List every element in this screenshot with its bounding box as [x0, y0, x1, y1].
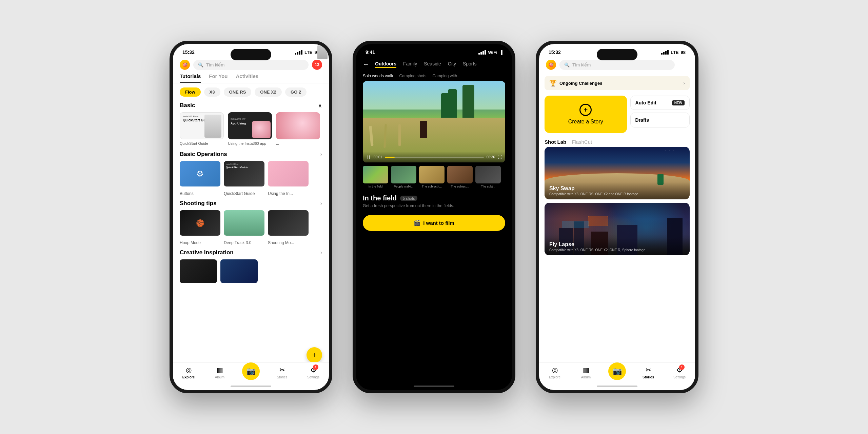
back-arrow-2[interactable]: ←: [363, 60, 370, 68]
chip-flow[interactable]: Flow: [180, 87, 201, 97]
feature-card-flylapse[interactable]: Fly Lapse Compatible with X3, ONE RS, ON…: [545, 203, 690, 255]
card-img-quickstart: Insta360 Flow QuickStart Guide: [180, 112, 224, 139]
time-3: 15:32: [549, 50, 561, 55]
label-using: Using the In...: [268, 191, 309, 196]
card-img-appusing: Insta360 Flow App Using: [228, 112, 272, 139]
cat-city[interactable]: City: [448, 61, 456, 68]
chip-onex2[interactable]: ONE X2: [255, 87, 282, 97]
chip-x3[interactable]: X3: [204, 87, 220, 97]
nav-settings-1[interactable]: ⚙ 1 Settings: [298, 366, 329, 379]
nav-album-3[interactable]: ▦ Album: [570, 366, 601, 379]
challenges-text: Ongoing Challenges: [559, 81, 602, 86]
drafts-text: Drafts: [635, 117, 649, 123]
nav-camera-1[interactable]: 📷: [235, 366, 267, 380]
film-button[interactable]: 🎬 I want to film: [363, 215, 505, 231]
card-label-quickstart: QuickStart Guide: [180, 141, 224, 145]
label-deeptrack: Deep Track 3.0: [224, 240, 264, 245]
progress-fill: [385, 157, 395, 158]
tab-activities[interactable]: Activities: [236, 73, 259, 83]
filter-chips-1: Flow X3 ONE RS ONE X2 GO 2: [173, 87, 329, 97]
shot-description: Get a fresh perspective from out there i…: [363, 203, 505, 208]
pause-icon[interactable]: ⏸: [366, 154, 371, 160]
total-time: 00:36: [487, 155, 495, 159]
label-shootingmode: Shooting Mo...: [268, 240, 309, 245]
search-placeholder-1: Tìm kiếm: [206, 62, 224, 67]
mail-icon-1[interactable]: 13: [312, 60, 322, 70]
feature-card-skyswap[interactable]: · · · · · · · · Sky Swap Compatible with…: [545, 147, 690, 199]
nav-settings-3[interactable]: ⚙ 1 Settings: [664, 366, 695, 379]
shotlab-tabs: Shot Lab FlashCut: [539, 136, 695, 147]
shot-thumb-3: [447, 166, 473, 183]
card-label-appusing: Using the Insta360 app: [228, 141, 272, 145]
thumb-using: [268, 161, 309, 186]
shot-item-2[interactable]: The subject t...: [419, 166, 445, 188]
tab-for-you[interactable]: For You: [209, 73, 228, 83]
chevron-creative[interactable]: ›: [320, 250, 322, 256]
card-extra[interactable]: ...: [276, 112, 320, 145]
settings-badge-count-3: 1: [679, 364, 685, 370]
section-basic-ops: Basic Operations ›: [173, 151, 329, 161]
chevron-basicops[interactable]: ›: [320, 151, 322, 157]
camera-btn-1[interactable]: 📷: [242, 362, 260, 380]
flylapse-subtitle: Compatible with X3, ONE RS, ONE X2, ONE …: [549, 248, 685, 252]
collapse-icon-basic[interactable]: ∧: [318, 102, 322, 109]
challenges-chevron: ›: [683, 80, 685, 86]
challenges-bar[interactable]: 🏆 Ongoing Challenges ›: [545, 76, 690, 90]
card-appusing[interactable]: Insta360 Flow App Using Using the Insta3…: [228, 112, 272, 145]
fullscreen-icon[interactable]: ⛶: [498, 155, 502, 159]
fab-button-1[interactable]: +: [307, 347, 322, 363]
nav-album-1[interactable]: ▦ Album: [204, 366, 235, 379]
section-title-basic: Basic: [180, 102, 195, 109]
basic-ops-list: ⚙ Insta360 Flow QuickStart Guide Buttons…: [173, 161, 329, 200]
shot-count: 5 shots: [400, 196, 417, 201]
new-badge: NEW: [672, 100, 685, 105]
shot-item-3[interactable]: The subject...: [447, 166, 473, 188]
nav-explore-1[interactable]: ◎ Explore: [173, 366, 204, 379]
action-cards-row: + Create a Story Auto Edit NEW Drafts: [539, 93, 695, 136]
chip-onrs[interactable]: ONE RS: [224, 87, 252, 97]
chip-go2[interactable]: GO 2: [285, 87, 307, 97]
search-bar-1[interactable]: 🔍 Tìm kiếm: [193, 60, 309, 70]
settings-badge-3: ⚙ 1: [676, 366, 683, 374]
tab-tutorials[interactable]: Tutorials: [180, 73, 201, 83]
shot-item-4[interactable]: The subj...: [475, 166, 501, 188]
cat-sports[interactable]: Sports: [463, 61, 476, 68]
tab-shotlab[interactable]: Shot Lab: [545, 139, 566, 145]
chevron-shooting[interactable]: ›: [320, 200, 322, 206]
progress-bar[interactable]: [385, 157, 484, 158]
cat-outdoors[interactable]: Outdoors: [375, 61, 396, 68]
subtab-camping[interactable]: Camping shots: [399, 74, 426, 78]
settings-label-1: Settings: [307, 375, 319, 379]
explore-label-3: Explore: [549, 375, 560, 379]
shot-item-1[interactable]: People walki...: [391, 166, 416, 188]
nav-stories-3[interactable]: ✂ Stories: [633, 366, 664, 379]
camera-btn-3[interactable]: 📷: [608, 362, 626, 380]
label-buttons: Buttons: [180, 191, 220, 196]
shot-item-0[interactable]: In the field: [363, 166, 388, 188]
section-title-creative: Creative Inspiration: [180, 249, 234, 256]
card-quickstart[interactable]: Insta360 Flow QuickStart Guide QuickStar…: [180, 112, 224, 145]
auto-edit-card[interactable]: Auto Edit NEW: [630, 96, 690, 110]
nav-stories-1[interactable]: ✂ Stories: [267, 366, 298, 379]
nav-camera-3[interactable]: 📷: [601, 366, 633, 380]
shot-thumb-0: [363, 166, 388, 183]
list-row: ⚙ Insta360 Flow QuickStart Guide: [180, 161, 322, 186]
stories-icon-3: ✂: [646, 366, 651, 374]
section-title-basicops: Basic Operations: [180, 151, 227, 158]
cat-seaside[interactable]: Seaside: [424, 61, 441, 68]
tab-flashcut[interactable]: FlashCut: [572, 139, 592, 145]
time-1: 15:32: [182, 50, 195, 55]
subtab-camping2[interactable]: Camping with...: [432, 74, 460, 78]
status-icons-1: LTE 98: [295, 50, 319, 55]
nav-explore-3[interactable]: ◎ Explore: [539, 366, 570, 379]
search-bar-3[interactable]: 🔍 Tìm kiếm: [559, 60, 675, 70]
cat-family[interactable]: Family: [403, 61, 417, 68]
album-label-3: Album: [581, 375, 591, 379]
status-icons-3: LTE 98: [661, 50, 686, 55]
subtab-solo[interactable]: Solo woods walk: [363, 74, 393, 78]
create-story-card[interactable]: + Create a Story: [545, 96, 627, 133]
drafts-card[interactable]: Drafts: [630, 113, 690, 127]
wifi-icon-2: WiFi: [488, 50, 497, 55]
home-indicator-3: [597, 386, 637, 387]
thumb-deeptrack: [224, 210, 264, 236]
